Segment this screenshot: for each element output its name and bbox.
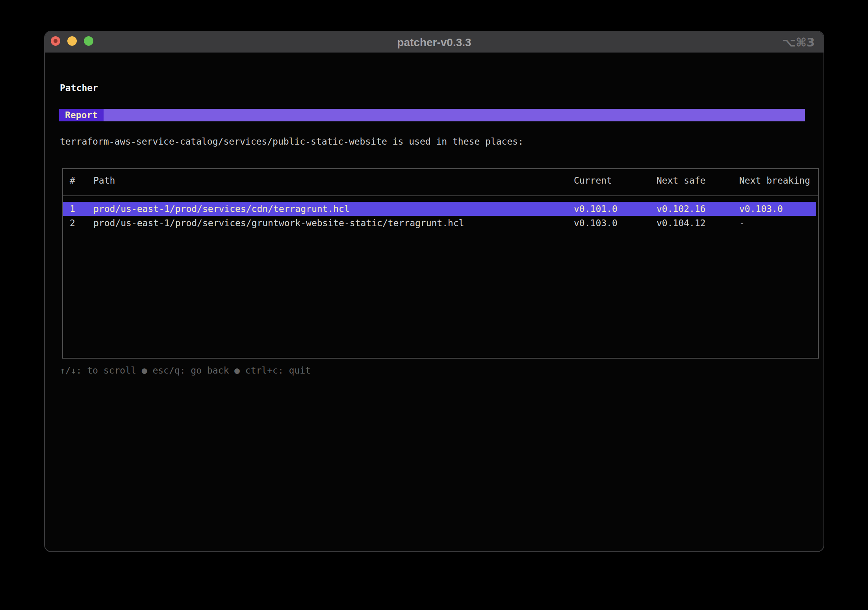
tab-bar: Report xyxy=(59,109,805,121)
terminal-window: patcher-v0.3.3 ⌥⌘3 Patcher Report terraf… xyxy=(44,31,824,552)
table-row[interactable]: 2prod/us-east-1/prod/services/gruntwork-… xyxy=(63,216,816,230)
col-header-num: # xyxy=(70,174,75,187)
cell-num: 2 xyxy=(70,216,75,230)
titlebar[interactable]: patcher-v0.3.3 ⌥⌘3 xyxy=(45,32,823,53)
intro-text: terraform-aws-service-catalog/services/p… xyxy=(60,135,523,148)
cell-next-safe: v0.102.16 xyxy=(657,202,706,216)
window-title: patcher-v0.3.3 xyxy=(45,32,823,53)
cell-next-breaking: v0.103.0 xyxy=(739,202,783,216)
col-header-path: Path xyxy=(93,174,115,187)
table-header-separator xyxy=(63,195,818,196)
tab-report[interactable]: Report xyxy=(59,109,104,121)
cell-next-breaking: - xyxy=(739,216,745,230)
help-bar: ↑/↓: to scroll ● esc/q: go back ● ctrl+c… xyxy=(60,364,311,377)
table-header-row: # Path Current Next safe Next breaking xyxy=(63,174,818,187)
usage-table: # Path Current Next safe Next breaking 1… xyxy=(62,168,819,359)
table-body: 1prod/us-east-1/prod/services/cdn/terrag… xyxy=(63,202,816,230)
col-header-next-safe: Next safe xyxy=(657,174,706,187)
table-row[interactable]: 1prod/us-east-1/prod/services/cdn/terrag… xyxy=(63,202,816,216)
cell-current: v0.103.0 xyxy=(574,216,618,230)
cell-path: prod/us-east-1/prod/services/gruntwork-w… xyxy=(93,216,464,230)
window-shortcut-badge: ⌥⌘3 xyxy=(782,32,815,53)
desktop-background: patcher-v0.3.3 ⌥⌘3 Patcher Report terraf… xyxy=(0,0,868,610)
cell-num: 1 xyxy=(70,202,75,216)
cell-path: prod/us-east-1/prod/services/cdn/terragr… xyxy=(93,202,350,216)
cell-next-safe: v0.104.12 xyxy=(657,216,706,230)
app-heading: Patcher xyxy=(60,82,98,94)
col-header-current: Current xyxy=(574,174,612,187)
col-header-next-breaking: Next breaking xyxy=(739,174,810,187)
cell-current: v0.101.0 xyxy=(574,202,618,216)
